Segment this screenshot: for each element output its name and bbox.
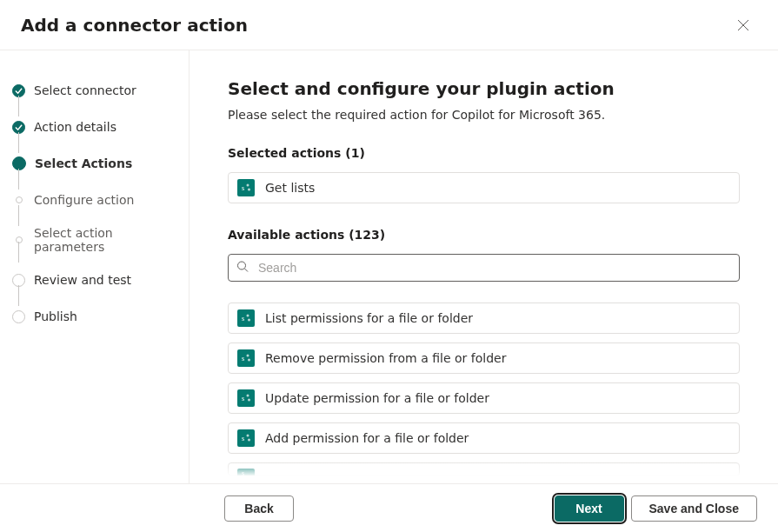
available-action-card[interactable]: s List permissions for a file or folder (228, 303, 740, 334)
available-actions-label: Available actions (123) (228, 228, 740, 242)
svg-line-4 (245, 269, 249, 272)
dialog-body: Select connector Action details Select A… (0, 50, 778, 483)
svg-text:s: s (242, 395, 244, 402)
step-select-actions[interactable]: Select Actions (12, 153, 178, 174)
step-publish[interactable]: Publish (12, 306, 178, 327)
sharepoint-icon: s (237, 179, 255, 196)
step-action-details[interactable]: Action details (12, 116, 178, 137)
dialog-title: Add a connector action (21, 15, 248, 36)
search-input[interactable] (228, 254, 740, 282)
page-heading: Select and configure your plugin action (228, 78, 740, 99)
step-label: Select connector (34, 83, 136, 97)
back-button[interactable]: Back (224, 495, 294, 522)
sharepoint-icon: s (237, 349, 255, 367)
available-action-card-partial[interactable]: s (228, 462, 740, 476)
svg-point-9 (247, 355, 249, 357)
svg-point-3 (238, 262, 246, 269)
future-step-icon (12, 274, 25, 287)
checkmark-icon (12, 121, 25, 134)
svg-point-15 (247, 435, 249, 437)
step-label: Action details (34, 120, 116, 134)
step-review-and-test[interactable]: Review and test (12, 269, 178, 290)
action-title: Remove permission from a file or folder (265, 351, 506, 365)
action-title: Update permission for a file or folder (265, 391, 489, 405)
svg-text:s: s (242, 435, 244, 442)
main-panel: Select and configure your plugin action … (190, 50, 778, 483)
svg-text:s: s (242, 315, 244, 323)
svg-point-16 (248, 439, 250, 442)
svg-point-7 (248, 319, 250, 322)
svg-text:s: s (242, 355, 244, 362)
substep-icon (16, 196, 23, 203)
svg-point-13 (248, 399, 250, 402)
sharepoint-icon: s (237, 309, 255, 327)
next-button[interactable]: Next (555, 495, 624, 522)
step-label: Select action parameters (34, 226, 178, 254)
close-icon (737, 19, 749, 31)
action-title: Add permission for a file or folder (265, 431, 469, 445)
action-title: List permissions for a file or folder (265, 311, 473, 325)
future-step-icon (12, 310, 25, 323)
sharepoint-icon: s (237, 389, 255, 407)
step-configure-action[interactable]: Configure action (12, 190, 178, 210)
svg-text:s: s (242, 469, 244, 477)
current-step-icon (12, 156, 26, 170)
selected-actions-label: Selected actions (1) (228, 146, 740, 160)
step-label: Review and test (34, 273, 131, 287)
close-button[interactable] (729, 11, 757, 39)
dialog-footer: Back Next Save and Close (0, 483, 778, 532)
page-description: Please select the required action for Co… (228, 108, 740, 122)
svg-point-2 (248, 189, 250, 191)
available-action-card[interactable]: s Update permission for a file or folder (228, 382, 740, 414)
checkmark-icon (12, 84, 25, 97)
step-select-action-parameters[interactable]: Select action parameters (12, 226, 178, 254)
sharepoint-icon: s (237, 469, 255, 477)
svg-point-12 (247, 395, 249, 397)
selected-action-card[interactable]: s Get lists (228, 172, 740, 203)
action-title: Get lists (265, 181, 315, 195)
available-action-card[interactable]: s Remove permission from a file or folde… (228, 342, 740, 374)
available-actions-list: s List permissions for a file or folder … (228, 303, 740, 476)
wizard-sidebar: Select connector Action details Select A… (0, 50, 190, 483)
step-label: Configure action (34, 193, 134, 207)
step-label: Select Actions (35, 156, 132, 170)
substep-icon (16, 236, 23, 243)
search-wrap (228, 254, 740, 282)
svg-point-10 (248, 359, 250, 362)
available-action-card[interactable]: s Add permission for a file or folder (228, 422, 740, 454)
search-icon (236, 261, 249, 276)
step-label: Publish (34, 309, 77, 323)
save-and-close-button[interactable]: Save and Close (631, 495, 758, 522)
sharepoint-icon: s (237, 429, 255, 447)
svg-text:s: s (242, 184, 244, 192)
dialog-header: Add a connector action (0, 0, 778, 50)
svg-point-6 (247, 315, 249, 317)
wizard-steps: Select connector Action details Select A… (12, 80, 178, 327)
svg-point-1 (247, 184, 249, 187)
step-select-connector[interactable]: Select connector (12, 80, 178, 101)
